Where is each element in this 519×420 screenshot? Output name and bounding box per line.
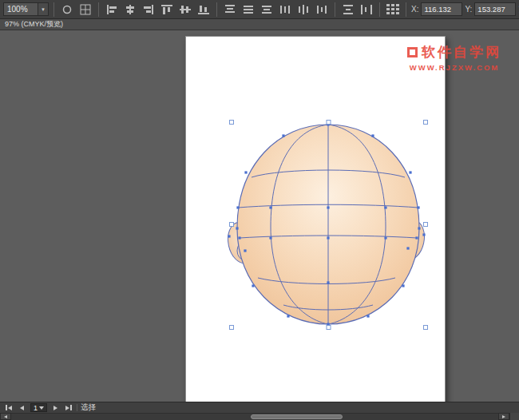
separator	[98, 2, 99, 17]
control-bar: 100% ▼	[0, 0, 519, 19]
artboard-number-field[interactable]: 1	[30, 403, 47, 412]
x-label: X:	[411, 5, 418, 14]
y-value-field[interactable]: 153.287	[474, 2, 516, 16]
distribute-right-icon[interactable]	[314, 2, 330, 18]
artboard-navigation: 1	[4, 403, 73, 412]
selection-handle	[327, 121, 331, 125]
previous-icon	[20, 406, 24, 410]
align-h-center-icon[interactable]	[122, 2, 138, 18]
distribute-bottom-icon[interactable]	[259, 2, 275, 18]
horizontal-scrollbar	[0, 413, 519, 420]
selection-handle	[230, 326, 234, 330]
distribute-spacing-h-icon[interactable]	[359, 2, 374, 18]
artboard-dropdown-icon	[39, 406, 44, 410]
selection-handle	[230, 121, 234, 125]
scrollbar-corner	[509, 413, 519, 420]
current-tool-label: 选择	[81, 402, 96, 413]
distribute-spacing-v-icon[interactable]	[340, 2, 356, 18]
watermark-logo-icon	[407, 47, 418, 57]
scroll-right-icon	[502, 415, 505, 418]
zoom-level-field[interactable]: 100%	[3, 2, 38, 16]
scroll-left-button[interactable]	[0, 413, 11, 420]
zoom-dropdown-arrow-icon[interactable]: ▼	[38, 2, 49, 16]
distribute-left-icon[interactable]	[277, 2, 293, 18]
separator	[53, 2, 54, 17]
align-bottom-icon[interactable]	[196, 2, 212, 18]
x-coordinate-group: X: 116.132	[411, 2, 462, 16]
transform-grid-icon[interactable]	[77, 2, 93, 18]
y-coordinate-group: Y: 153.287	[465, 2, 516, 16]
zoom-combo[interactable]: 100% ▼	[3, 2, 49, 16]
scroll-right-button[interactable]	[498, 413, 509, 420]
status-bar: 1 选择	[0, 402, 519, 413]
align-left-icon[interactable]	[104, 2, 120, 18]
next-icon	[53, 406, 57, 410]
canvas-area[interactable]: 软件自学网 WWW.RJZXW.COM	[0, 30, 519, 402]
align-right-icon[interactable]	[141, 2, 156, 18]
watermark: 软件自学网 WWW.RJZXW.COM	[407, 43, 501, 72]
last-artboard-button[interactable]	[64, 403, 73, 412]
previous-artboard-button[interactable]	[18, 403, 26, 412]
selection-handle	[424, 121, 428, 125]
first-artboard-button[interactable]	[4, 403, 14, 412]
selection-handle	[327, 326, 331, 330]
scrollbar-track[interactable]	[11, 413, 498, 420]
document-info-bar: 97% (CMYK/预览)	[0, 19, 519, 30]
separator	[406, 2, 406, 17]
separator	[379, 2, 380, 17]
scrollbar-thumb[interactable]	[251, 414, 343, 419]
head-sketch-svg[interactable]	[186, 37, 446, 402]
separator	[216, 2, 217, 17]
distribute-top-icon[interactable]	[222, 2, 238, 18]
watermark-title: 软件自学网	[422, 43, 501, 61]
align-v-middle-icon[interactable]	[177, 2, 193, 18]
last-icon	[65, 406, 69, 410]
distribute-v-middle-icon[interactable]	[240, 2, 256, 18]
artboard-number: 1	[34, 404, 38, 412]
scroll-left-icon	[4, 415, 7, 418]
illustrator-window: 100% ▼	[0, 0, 519, 420]
distribute-h-center-icon[interactable]	[295, 2, 311, 18]
selection-handle	[424, 326, 428, 330]
nine-dot-grid-icon[interactable]	[385, 2, 401, 18]
x-value-field[interactable]: 116.132	[421, 2, 462, 16]
next-artboard-button[interactable]	[52, 403, 59, 412]
selection-handle	[424, 223, 428, 227]
separator	[335, 2, 335, 17]
first-icon	[8, 406, 12, 410]
align-top-icon[interactable]	[159, 2, 175, 18]
workspace-circle-icon[interactable]	[59, 2, 75, 18]
y-label: Y:	[465, 5, 472, 14]
artboard[interactable]	[185, 36, 446, 402]
separator	[77, 404, 77, 411]
selection-handle	[230, 223, 234, 227]
watermark-url: WWW.RJZXW.COM	[407, 63, 501, 72]
zoom-colormode-text: 97% (CMYK/预览)	[5, 20, 63, 28]
